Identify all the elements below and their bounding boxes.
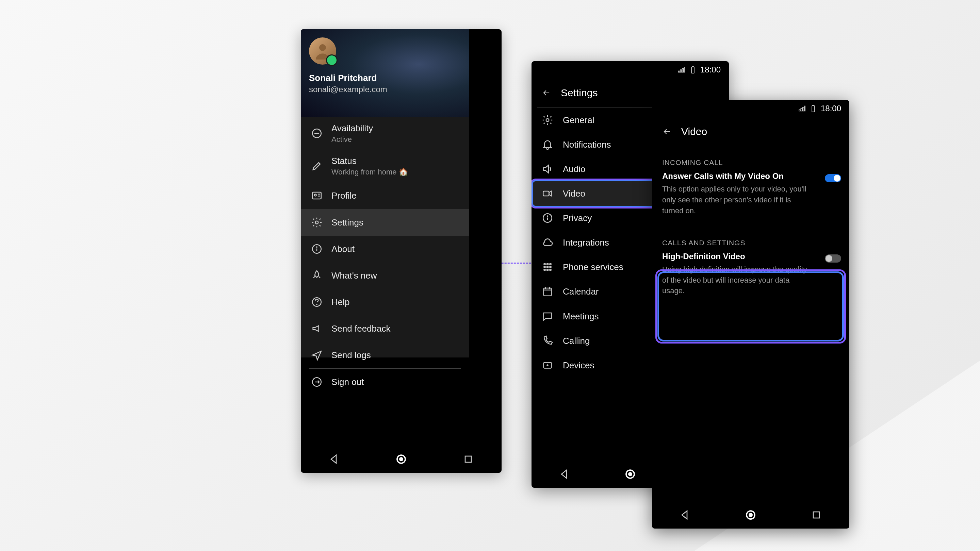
signal-icon <box>678 66 685 73</box>
back-arrow-icon[interactable] <box>542 88 551 98</box>
availability-icon <box>311 127 323 139</box>
status-label: Status <box>331 156 408 166</box>
profile-name: Sonali Pritchard <box>309 73 461 83</box>
drawer-menu: Availability Active Status Working from … <box>301 117 469 395</box>
hd-video-desc: Using high definition will improve the q… <box>662 264 839 297</box>
dialpad-icon <box>542 261 553 273</box>
hd-video-toggle[interactable] <box>825 254 841 263</box>
drawer-item-logs[interactable]: Send logs <box>301 342 469 368</box>
svg-point-27 <box>544 266 545 268</box>
info-icon <box>311 243 323 255</box>
availability-value: Active <box>331 135 373 144</box>
svg-rect-43 <box>813 105 814 106</box>
general-label: General <box>563 115 595 125</box>
megaphone-icon <box>311 323 323 334</box>
speaker-icon <box>542 163 553 175</box>
calling-label: Calling <box>563 336 590 346</box>
help-icon <box>311 296 323 308</box>
setting-answer-video[interactable]: Answer Calls with My Video On This optio… <box>652 171 850 223</box>
profile-header: Sonali Pritchard sonali@example.com <box>301 29 469 117</box>
nav-back[interactable] <box>679 509 691 521</box>
nav-back[interactable] <box>328 453 340 465</box>
notifications-label: Notifications <box>563 140 611 150</box>
android-nav-bar <box>652 501 850 529</box>
nav-recent[interactable] <box>462 453 474 465</box>
audio-label: Audio <box>563 164 585 175</box>
back-arrow-icon[interactable] <box>662 127 672 137</box>
svg-point-26 <box>550 263 551 265</box>
video-label: Video <box>563 189 585 199</box>
phone-icon <box>542 335 553 346</box>
logs-label: Send logs <box>331 350 371 360</box>
battery-icon <box>811 105 816 113</box>
nav-home[interactable] <box>395 453 407 465</box>
help-label: Help <box>331 297 350 308</box>
nav-home[interactable] <box>745 509 757 521</box>
devices-icon <box>542 359 553 371</box>
meetings-label: Meetings <box>563 311 599 322</box>
svg-rect-42 <box>812 106 815 112</box>
about-label: About <box>331 244 355 254</box>
drawer-item-profile[interactable]: Profile <box>301 182 469 209</box>
gear-icon <box>542 114 553 126</box>
drawer-item-whatsnew[interactable]: What's new <box>301 262 469 289</box>
privacy-icon <box>542 212 553 224</box>
drawer-item-status[interactable]: Status Working from home 🏠 <box>301 150 469 182</box>
presence-indicator <box>326 54 337 66</box>
nav-recent[interactable] <box>810 509 822 521</box>
svg-point-38 <box>547 365 548 366</box>
calendar-icon <box>542 286 553 297</box>
svg-point-25 <box>547 263 548 265</box>
pencil-icon <box>311 160 323 172</box>
video-header: Video <box>652 117 850 146</box>
profile-email: sonali@example.com <box>309 85 461 94</box>
svg-rect-16 <box>465 456 471 462</box>
drawer-item-settings[interactable]: Settings <box>301 209 469 236</box>
svg-point-40 <box>628 472 632 476</box>
svg-point-45 <box>749 513 753 517</box>
drawer-item-help[interactable]: Help <box>301 289 469 315</box>
video-title: Video <box>681 126 707 137</box>
status-time: 18:00 <box>821 104 841 113</box>
svg-point-29 <box>550 266 551 268</box>
video-icon <box>542 188 553 199</box>
drawer-panel: Sonali Pritchard sonali@example.com Avai… <box>301 29 469 357</box>
drawer-item-feedback[interactable]: Send feedback <box>301 315 469 342</box>
svg-rect-18 <box>692 66 694 67</box>
drawer-item-about[interactable]: About <box>301 236 469 262</box>
svg-point-10 <box>317 247 317 247</box>
bell-icon <box>542 139 553 150</box>
integrations-label: Integrations <box>563 237 609 248</box>
section-incoming-call: INCOMING CALL <box>652 146 850 171</box>
avatar-wrap[interactable] <box>309 37 336 65</box>
drawer-item-availability[interactable]: Availability Active <box>301 117 469 150</box>
svg-rect-46 <box>813 512 819 518</box>
nav-home[interactable] <box>624 468 636 480</box>
profile-label: Profile <box>331 191 356 201</box>
svg-point-32 <box>550 269 551 270</box>
svg-rect-3 <box>312 192 321 199</box>
svg-point-28 <box>547 266 548 268</box>
settings-title: Settings <box>561 87 598 98</box>
status-bar: 18:00 <box>531 61 729 78</box>
answer-video-desc: This option applies only to your video, … <box>662 184 839 216</box>
gear-icon <box>311 217 323 228</box>
phone-video-settings: 18:00 Video INCOMING CALL Answer Calls w… <box>652 100 850 529</box>
setting-hd-video[interactable]: High-Definition Video Using high definit… <box>652 252 850 303</box>
profile-card-icon <box>311 190 323 202</box>
svg-point-31 <box>547 269 548 270</box>
nav-back[interactable] <box>558 468 571 480</box>
answer-video-title: Answer Calls with My Video On <box>662 171 839 181</box>
calendar-label: Calendar <box>563 286 599 297</box>
hd-video-title: High-Definition Video <box>662 252 839 261</box>
signout-label: Sign out <box>331 377 364 387</box>
svg-point-30 <box>544 269 545 270</box>
answer-video-toggle[interactable] <box>825 174 841 182</box>
battery-icon <box>690 66 695 74</box>
signal-icon <box>798 105 806 112</box>
svg-rect-33 <box>544 288 552 296</box>
availability-label: Availability <box>331 123 373 134</box>
drawer-item-signout[interactable]: Sign out <box>301 369 469 395</box>
chat-icon <box>542 311 553 322</box>
rocket-icon <box>311 270 323 281</box>
